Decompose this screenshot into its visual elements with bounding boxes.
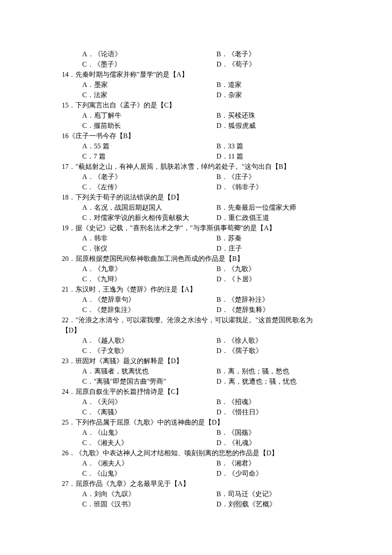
option-c: C．张仪 (62, 243, 196, 254)
option-d: D．《孺子歌》 (196, 346, 330, 356)
question-22: 22．"沧浪之水清兮，可以濯我缨。沧浪之水浊兮，可以濯我足。"这首楚国民歌名为【… (62, 315, 330, 356)
question-number: 20． (62, 255, 75, 262)
option-row: A．《楚辞章句》 B．《楚辞补注》 C．《楚辞集注》 D．《楚辞集释》 (62, 295, 330, 315)
question-stem: 27．屈原作品《九章》之名最早见于【A】 (62, 479, 330, 489)
option-b: B．《湘君》 (196, 458, 330, 468)
question-text: 下列寓言出自《孟子》的是【C】 (75, 101, 176, 109)
option-c: C．《楚辞集注》 (62, 305, 196, 315)
question-18: 18．下列关于荀子的说法错误的是【D】 A．名况，战国后期赵国人 B．先秦最后一… (62, 192, 330, 223)
option-a: A．《山鬼》 (62, 428, 196, 438)
question-text: 先秦时期与儒家并称"显学"的是【A】 (75, 71, 188, 78)
option-row: A．韩非 B．苏秦 C．张仪 D．庄子 (62, 233, 330, 254)
question-number: 21． (62, 286, 75, 293)
option-c: C．班固《汉书》 (62, 499, 196, 509)
question-number: 15． (62, 101, 75, 109)
option-d: D．杂家 (196, 90, 330, 100)
option-d: D．11 篇 (196, 151, 330, 162)
question-stem: 21．东汉时，王逸为《楚辞》作的注是【A】 (62, 284, 330, 295)
option-b: B．《老子》 (196, 49, 330, 59)
question-stem: 15．下列寓言出自《孟子》的是【C】 (62, 100, 330, 110)
question-number: 25． (62, 419, 75, 426)
option-c: C．法家 (62, 90, 196, 100)
question-text: 下列作品属于屈原《九歌》中的送神曲的是【D】 (75, 419, 224, 426)
option-row: A．55 篇 B．33 篇 C．7 篇 D．11 篇 (62, 141, 330, 162)
option-a: A．韩非 (62, 233, 196, 243)
question-27: 27．屈原作品《九章》之名最早见于【A】 A．刘向《九叹》 B．司马迁《史记》 … (62, 479, 330, 509)
option-row: A．《天问》 B．《招魂》 C．《离骚》 D．《惜往日》 (62, 397, 330, 417)
option-row: A．刘向《九叹》 B．司马迁《史记》 C．班固《汉书》 D．刘熙载《艺概》 (62, 489, 330, 509)
question-stem: 16《庄子一书今存【B】 (62, 131, 330, 141)
option-c: C．《山鬼》 (62, 468, 196, 479)
question-stem: 17．"藐姑射之山，有神人居焉，肌肤若冰雪，绰约若处子。"这句出自【B】 (62, 162, 330, 172)
option-d: D．《卜居》 (196, 274, 330, 284)
option-a: A．墨家 (62, 80, 196, 90)
option-c: C．揠苗助长 (62, 121, 196, 131)
option-row: A．《山鬼》 B．《国殇》 C．《湘夫人》 D．《礼魂》 (62, 428, 330, 448)
question-23: 23．班固对《离骚》题义的解释是【D】 A．离骚者，犹离忧也 B．离，别也；骚，… (62, 356, 330, 387)
option-a: A．《越人歌》 (62, 335, 196, 346)
question-number: 24． (62, 388, 75, 395)
option-row: A．《老子》 B．《庄子》 C．《左传》 D．《韩非子》 (62, 172, 330, 192)
option-a: A．55 篇 (62, 141, 196, 151)
option-b: B．《九歌》 (196, 264, 330, 274)
question-text: 班固对《离骚》题义的解释是【D】 (75, 357, 183, 364)
option-b: B．《徐人歌》 (196, 335, 330, 346)
question-number: 19． (62, 224, 75, 231)
question-20: 20．屈原根据楚国民间祭神歌曲加工润色而成的作品是【B】 A．《九章》 B．《九… (62, 254, 330, 284)
option-d: D．《韩非子》 (196, 182, 330, 192)
option-b: B．道家 (196, 80, 330, 90)
question-number: 16 (62, 132, 69, 139)
option-d: D．《楚辞集释》 (196, 305, 330, 315)
option-d: D．刘熙载《艺概》 (196, 499, 330, 509)
option-row: A．《九章》 B．《九歌》 C．《九辩》 D．《卜居》 (62, 264, 330, 284)
option-row: A．《越人歌》 B．《徐人歌》 C．《子文歌》 D．《孺子歌》 (62, 335, 330, 356)
option-a: A．《湘夫人》 (62, 458, 196, 468)
question-stem: 20．屈原根据楚国民间祭神歌曲加工润色而成的作品是【B】 (62, 254, 330, 264)
question-15: 15．下列寓言出自《孟子》的是【C】 A．庖丁解牛 B．买椟还珠 C．揠苗助长 … (62, 100, 330, 131)
option-d: D．庄子 (196, 243, 330, 254)
option-row: A．庖丁解牛 B．买椟还珠 C．揠苗助长 D．狐假虎威 (62, 110, 330, 131)
option-c: C．《墨子》 (62, 59, 196, 69)
option-c: C．对儒家学说的薪火相传贡献极大 (62, 213, 196, 223)
question-text: "藐姑射之山，有神人居焉，肌肤若冰雪，绰约若处子。"这句出自【B】 (75, 163, 290, 170)
option-b: B．离，别也；骚，愁也 (196, 366, 330, 376)
option-b: B．《楚辞补注》 (196, 295, 330, 305)
question-stem: 24．屈原自叙生平的长篇抒情诗是【C】 (62, 387, 330, 397)
question-stem: 19．据《史记》记载，"喜刑名法术之学"，"与李斯俱事荀卿"的是【A】 (62, 223, 330, 233)
question-stem: 14．先秦时期与儒家并称"显学"的是【A】 (62, 69, 330, 80)
question-text: 屈原自叙生平的长篇抒情诗是【C】 (75, 388, 182, 395)
option-b: B．买椟还珠 (196, 110, 330, 121)
option-c: C．《湘夫人》 (62, 438, 196, 448)
question-number: 26． (62, 449, 75, 457)
option-b: B．《国殇》 (196, 428, 330, 438)
option-row: A．名况，战国后期赵国人 B．先秦最后一位儒家大师 C．对儒家学说的薪火相传贡献… (62, 202, 330, 223)
question-26: 26．《九歌》中表达神人之间才结相知、顷刻别离的悲愁的作品是【D】 A．《湘夫人… (62, 448, 330, 479)
option-a: A．《九章》 (62, 264, 196, 274)
option-c: C．《离骚》 (62, 407, 196, 417)
option-c: C．《子文歌》 (62, 346, 196, 356)
option-d: D．重仁政倡王道 (196, 213, 330, 223)
option-c: C．"离骚"即楚国古曲"劳商" (62, 376, 196, 387)
option-d: D．狐假虎威 (196, 121, 330, 131)
question-17: 17．"藐姑射之山，有神人居焉，肌肤若冰雪，绰约若处子。"这句出自【B】 A．《… (62, 162, 330, 192)
orphan-options: A．《论语》 B．《老子》 C．《墨子》 D．《荀子》 (62, 49, 330, 69)
option-row: A．离骚者，犹离忧也 B．离，别也；骚，愁也 C．"离骚"即楚国古曲"劳商" D… (62, 366, 330, 387)
question-stem: 25．下列作品属于屈原《九歌》中的送神曲的是【D】 (62, 417, 330, 428)
option-b: B．苏秦 (196, 233, 330, 243)
question-text: 据《史记》记载，"喜刑名法术之学"，"与李斯俱事荀卿"的是【A】 (75, 224, 276, 231)
option-c: C．《左传》 (62, 182, 196, 192)
option-b: B．司马迁《史记》 (196, 489, 330, 499)
question-25: 25．下列作品属于屈原《九歌》中的送神曲的是【D】 A．《山鬼》 B．《国殇》 … (62, 417, 330, 448)
question-number: 14． (62, 71, 75, 78)
question-text: 《庄子一书今存【B】 (69, 132, 135, 139)
option-d: D．《惜往日》 (196, 407, 330, 417)
option-a: A．刘向《九叹》 (62, 489, 196, 499)
document-page: A．《论语》 B．《老子》 C．《墨子》 D．《荀子》 14．先秦时期与儒家并称… (0, 0, 392, 555)
question-text: 东汉时，王逸为《楚辞》作的注是【A】 (75, 286, 196, 293)
option-d: D．离，犹遭也；骚，忧也 (196, 376, 330, 387)
option-row: A．《湘夫人》 B．《湘君》 C．《山鬼》 D．《少司命》 (62, 458, 330, 479)
option-a: A．庖丁解牛 (62, 110, 196, 121)
question-text: 下列关于荀子的说法错误的是【D】 (75, 194, 183, 201)
question-number: 27． (62, 480, 75, 487)
option-row: A．墨家 B．道家 C．法家 D．杂家 (62, 80, 330, 100)
